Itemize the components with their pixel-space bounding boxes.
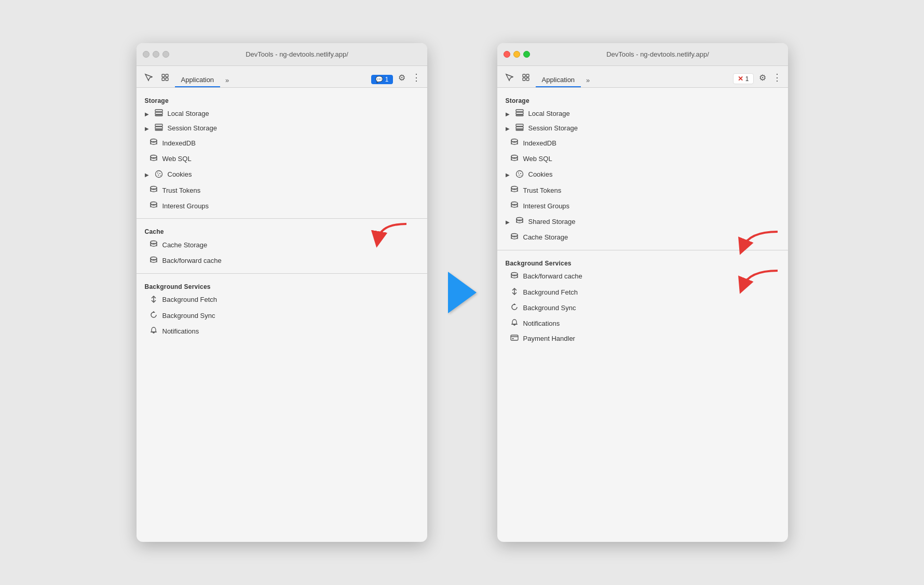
svg-point-34 xyxy=(511,139,518,142)
left-more-icon[interactable]: ⋮ xyxy=(411,71,422,84)
right-badge-icon: ✕ xyxy=(738,75,743,83)
left-bg-fetch-item[interactable]: Background Fetch xyxy=(137,293,427,308)
left-notifications-item[interactable]: Notifications xyxy=(137,324,427,339)
svg-point-42 xyxy=(511,202,518,205)
right-bg-sync-icon xyxy=(510,303,519,313)
right-session-storage-item[interactable]: ▶ Session Storage xyxy=(497,121,788,136)
svg-point-12 xyxy=(155,170,162,177)
right-shared-storage-label: Shared Storage xyxy=(528,218,780,227)
right-cookies-icon xyxy=(515,170,524,180)
right-trust-tokens-label: Trust Tokens xyxy=(523,187,780,195)
right-backforward-cache-label: Back/forward cache xyxy=(523,272,780,281)
right-layers-icon[interactable] xyxy=(519,71,533,84)
right-badge[interactable]: ✕ 1 xyxy=(733,73,754,84)
right-badge-count: 1 xyxy=(745,75,749,83)
left-session-storage-item[interactable]: ▶ Session Storage xyxy=(137,121,427,136)
right-session-storage-arrow: ▶ xyxy=(506,125,511,132)
right-notifications-item[interactable]: Notifications xyxy=(497,316,788,331)
left-bg-fetch-icon xyxy=(149,295,158,305)
svg-point-14 xyxy=(159,173,160,174)
right-trust-tokens-item[interactable]: Trust Tokens xyxy=(497,183,788,198)
right-application-tab[interactable]: Application xyxy=(536,70,581,87)
right-tab-chevron[interactable]: » xyxy=(583,70,593,87)
right-websql-item[interactable]: Web SQL xyxy=(497,152,788,167)
right-window-title: DevTools - ng-devtools.netlify.app/ xyxy=(534,50,782,58)
left-tab-chevron[interactable]: » xyxy=(222,70,232,87)
right-cookies-item[interactable]: ▶ Cookies xyxy=(497,167,788,183)
svg-point-36 xyxy=(516,170,523,177)
right-sidebar: Storage ▶ Local Storage ▶ xyxy=(497,88,788,542)
left-inspect-icon[interactable] xyxy=(142,71,155,84)
right-payment-handler-item[interactable]: Payment Handler xyxy=(497,331,788,346)
left-bg-sync-item[interactable]: Background Sync xyxy=(137,308,427,324)
left-bg-sync-icon xyxy=(149,311,158,321)
left-storage-header: Storage xyxy=(137,92,427,107)
left-layers-icon[interactable] xyxy=(158,71,172,84)
svg-point-43 xyxy=(517,218,523,220)
svg-rect-49 xyxy=(511,335,518,340)
right-tl-max[interactable] xyxy=(523,51,530,58)
right-inspect-icon[interactable] xyxy=(502,71,516,84)
svg-marker-47 xyxy=(513,303,516,305)
svg-rect-8 xyxy=(155,127,162,129)
main-wrapper: DevTools - ng-devtools.netlify.app/ Appl… xyxy=(116,22,809,563)
left-tl-min[interactable] xyxy=(153,51,159,58)
left-cache-storage-item[interactable]: Cache Storage xyxy=(137,237,427,253)
left-cookies-item[interactable]: ▶ Cookies xyxy=(137,167,427,183)
left-gear-icon[interactable]: ⚙ xyxy=(395,71,409,84)
left-session-storage-arrow: ▶ xyxy=(145,125,150,132)
svg-point-44 xyxy=(511,233,518,236)
left-interest-groups-item[interactable]: Interest Groups xyxy=(137,198,427,214)
right-backforward-cache-icon xyxy=(510,272,519,282)
left-divider-2 xyxy=(137,273,427,274)
right-storage-header: Storage xyxy=(497,92,788,107)
svg-rect-25 xyxy=(526,74,529,77)
left-cache-section-container: Cache xyxy=(137,223,427,237)
left-notifications-icon xyxy=(149,326,158,337)
left-tl-close[interactable] xyxy=(143,51,150,58)
right-indexeddb-icon xyxy=(510,138,519,149)
left-badge[interactable]: 💬 1 xyxy=(371,75,393,84)
left-local-storage-item[interactable]: ▶ Local Storage xyxy=(137,107,427,121)
svg-point-38 xyxy=(520,173,521,174)
right-tl-min[interactable] xyxy=(513,51,520,58)
left-devtools-window: DevTools - ng-devtools.netlify.app/ Appl… xyxy=(137,43,427,542)
left-cookies-arrow: ▶ xyxy=(145,171,150,178)
right-shared-storage-icon xyxy=(515,217,524,227)
left-trust-tokens-icon xyxy=(149,185,158,196)
left-bg-fetch-label: Background Fetch xyxy=(162,296,419,304)
right-local-storage-item[interactable]: ▶ Local Storage xyxy=(497,107,788,121)
svg-rect-32 xyxy=(516,127,523,129)
right-cookies-label: Cookies xyxy=(528,170,780,179)
svg-rect-51 xyxy=(512,338,514,339)
left-application-tab[interactable]: Application xyxy=(175,70,221,87)
right-shared-storage-item[interactable]: ▶ Shared Storage xyxy=(497,214,788,230)
right-cache-storage-container: Cache Storage xyxy=(497,230,788,246)
right-session-storage-label: Session Storage xyxy=(528,124,780,133)
left-backforward-cache-item[interactable]: Back/forward cache xyxy=(137,254,427,269)
right-interest-groups-item[interactable]: Interest Groups xyxy=(497,198,788,214)
left-websql-item[interactable]: Web SQL xyxy=(137,152,427,167)
svg-point-13 xyxy=(157,172,158,174)
left-trust-tokens-item[interactable]: Trust Tokens xyxy=(137,183,427,198)
svg-rect-27 xyxy=(526,78,529,81)
right-bg-fetch-icon xyxy=(510,287,519,298)
svg-rect-31 xyxy=(516,124,523,126)
svg-rect-3 xyxy=(166,78,168,81)
right-gear-icon[interactable]: ⚙ xyxy=(756,71,769,84)
left-cache-header: Cache xyxy=(137,223,427,237)
right-cache-storage-icon xyxy=(510,233,519,243)
right-cache-storage-item[interactable]: Cache Storage xyxy=(497,230,788,246)
right-bg-sync-item[interactable]: Background Sync xyxy=(497,300,788,316)
left-sidebar: Storage ▶ Local Storage ▶ xyxy=(137,88,427,542)
right-backforward-cache-item[interactable]: Back/forward cache xyxy=(497,269,788,285)
blue-arrow-between xyxy=(448,272,477,313)
right-indexeddb-item[interactable]: IndexedDB xyxy=(497,136,788,151)
blue-arrow-shape xyxy=(448,272,477,313)
left-tl-max[interactable] xyxy=(162,51,169,58)
right-more-icon[interactable]: ⋮ xyxy=(771,71,783,84)
right-bg-fetch-item[interactable]: Background Fetch xyxy=(497,285,788,300)
left-indexeddb-item[interactable]: IndexedDB xyxy=(137,136,427,151)
svg-rect-4 xyxy=(155,110,162,112)
right-tl-close[interactable] xyxy=(504,51,510,58)
